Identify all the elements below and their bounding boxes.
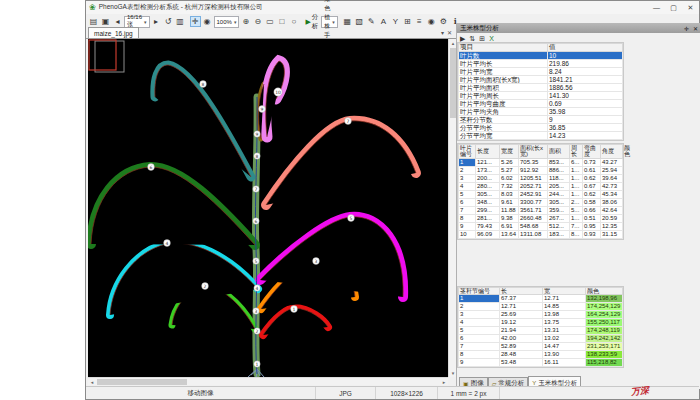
brand-logo: 万深: [630, 384, 649, 399]
column-header: 值: [548, 44, 623, 52]
leaf-label: 9: [261, 107, 264, 112]
tab-list-icon[interactable]: ▾: [441, 29, 444, 36]
pin-icon[interactable]: ✛: [684, 25, 689, 32]
title-bar[interactable]: ❀ PhenoGA表型检测分析系统 - 杭州万深检测科技有限公司 — ▢ ✕: [86, 1, 699, 14]
refresh-icon[interactable]: ↺: [163, 16, 174, 27]
table-row[interactable]: 叶片平均长219.86: [459, 60, 623, 68]
color-swatch-cell: 194,242,142: [586, 335, 623, 343]
table-row[interactable]: 953.4816.11115,218,82: [459, 359, 623, 367]
rect-select-icon[interactable]: □: [276, 16, 287, 27]
table-row[interactable]: 325.6913.98164,254,129: [459, 311, 623, 319]
table-row[interactable]: 521.9413.31174,248,119: [459, 327, 623, 335]
ruler-icon[interactable]: A: [378, 16, 389, 27]
status-bar: 移动图像 JPG 1028×1226 1 mm = 2 px 万深: [86, 386, 699, 399]
table-row[interactable]: 642.0013.02194,242,142: [459, 335, 623, 343]
table-row[interactable]: 167.3712.71132,198,96: [459, 295, 623, 303]
save-image-icon[interactable]: ▦: [342, 16, 353, 27]
report-icon[interactable]: ▧: [354, 16, 365, 27]
image-counter-combo[interactable]: 16/16 张▾: [124, 16, 150, 28]
scroll-right-icon[interactable]: ▸: [440, 378, 448, 386]
status-resolution: 1028×1226: [376, 387, 438, 399]
table-row[interactable]: 叶片平均夹角35.98: [459, 108, 623, 116]
color-swatch-cell: 132,198,96: [586, 295, 623, 303]
prev-image-icon[interactable]: ◂: [112, 16, 123, 27]
leaf-label: 7: [347, 119, 350, 124]
stem-node-label: 3: [255, 309, 258, 314]
fit-view-icon[interactable]: ▭: [264, 16, 275, 27]
table-row[interactable]: 8281...9.382660.48267...1...0.5120.5976.…: [459, 214, 623, 222]
document-tab[interactable]: maize_16.jpg: [88, 27, 139, 38]
stem-node-label: 5: [255, 259, 258, 264]
table-row[interactable]: 979.436.91548.68512...7...0.9512.35101..…: [459, 222, 623, 230]
stem-node-label: 1: [256, 362, 259, 367]
zoom-out-icon[interactable]: ⊖: [252, 16, 263, 27]
table-row[interactable]: 1096.0913.641311.08183...8...0.9331.1598…: [459, 230, 623, 238]
dock-close-icon[interactable]: ✕: [693, 25, 698, 32]
target-icon[interactable]: ◉: [426, 16, 437, 27]
stem-segment-table: 茎秆节编号长宽颜色167.3712.71132,198,96212.7114.8…: [457, 286, 624, 368]
table-row[interactable]: 212.7114.85174,254,129: [459, 303, 623, 311]
copy-icon[interactable]: ▥: [175, 16, 186, 27]
zoom-in-icon[interactable]: ⊕: [240, 16, 251, 27]
column-header: 面积(长x宽): [519, 145, 548, 159]
table-row[interactable]: 分节平均长36.85: [459, 124, 623, 132]
skeleton-icon[interactable]: Y: [390, 16, 401, 27]
column-header: 长度: [476, 145, 500, 159]
ellipse-select-icon[interactable]: ○: [288, 16, 299, 27]
settings-icon[interactable]: ⚙: [438, 16, 449, 27]
table-row[interactable]: 4280...7.322052.71205...1...0.6742.7384.…: [459, 182, 623, 190]
scroll-left-icon[interactable]: ◂: [88, 378, 96, 386]
table-row[interactable]: 6348...9.613300.77305...2...0.5838.0668.…: [459, 198, 623, 206]
dock-panel-title: 玉米株型分析: [460, 24, 499, 33]
maximize-button[interactable]: ▢: [665, 1, 682, 14]
color-swatch-cell: 138,233,59: [586, 351, 623, 359]
camera-icon[interactable]: ▣: [100, 16, 111, 27]
table-row[interactable]: 叶片平均周长141.30: [459, 92, 623, 100]
table-row[interactable]: 叶片数10: [459, 52, 623, 60]
next-image-icon[interactable]: ▸: [151, 16, 162, 27]
table-row[interactable]: 7299...11.883561.71359...5...0.6642.6462…: [459, 206, 623, 214]
leaf-label: 1: [293, 307, 296, 312]
stem-node-label: 8: [256, 154, 259, 159]
document-tab-bar: maize_16.jpg ▾ ✕: [86, 29, 456, 39]
table-row[interactable]: 茎秆分节数9: [459, 116, 623, 124]
horizontal-scrollbar[interactable]: ◂ ▸: [88, 377, 448, 385]
table-row[interactable]: 2173...5.27912.92886...1...0.6125.9476.1…: [459, 166, 623, 174]
column-header: 茎秆节编号: [459, 288, 500, 295]
table-row[interactable]: 3200...6.021205.51118...1...0.6239.6498.…: [459, 174, 623, 182]
column-header: 长: [500, 288, 543, 295]
table-row[interactable]: 叶片平均面积1886.56: [459, 84, 623, 92]
pan-tool-icon[interactable]: ✛: [190, 16, 201, 27]
main-toolbar: ▤▣◂16/16 张▾▸↺▥✛◉100%▾⊕⊖▭□○▶分析绿色植株手动▾▦▧✎A…: [86, 14, 456, 29]
table-row[interactable]: 5305...8.032452.91244...1...0.6245.3481.…: [459, 190, 623, 198]
leaf-table: 叶片编号长度宽度面积(长x宽)面积周长弯曲度角度颜色1121...5.26705…: [457, 143, 624, 240]
vertical-scrollbar[interactable]: ▴ ▾: [448, 39, 456, 377]
table-row[interactable]: 叶片平均面积(长x宽)1841.21: [459, 76, 623, 84]
zoom-level-combo[interactable]: 100%▾: [214, 16, 240, 28]
close-button[interactable]: ✕: [682, 1, 699, 14]
color-swatch-cell: 231,253,171: [586, 343, 623, 351]
zoom-tool-icon[interactable]: ◉: [202, 16, 213, 27]
table-row[interactable]: 分节平均宽14.23: [459, 132, 623, 140]
edit-icon[interactable]: ✎: [366, 16, 377, 27]
table-row[interactable]: 828.4813.90138,233,59: [459, 351, 623, 359]
table-row[interactable]: 419.1213.75155,250,117: [459, 319, 623, 327]
column-header: 弯曲度: [583, 145, 601, 159]
summary-table: 项目值叶片数10叶片平均长219.86叶片平均宽8.24叶片平均面积(长x宽)1…: [457, 42, 624, 141]
table-row[interactable]: 叶片平均弯曲度0.69: [459, 100, 623, 108]
minimize-button[interactable]: —: [648, 1, 665, 14]
image-canvas[interactable]: 1 2 3 4 5 6 7 8 9 1 2 3 4 5 6 7 8 9: [88, 39, 448, 377]
open-image-icon[interactable]: ▤: [88, 16, 99, 27]
table-row[interactable]: 1121...5.26705.35853...6...0.7343.2771.1…: [459, 158, 623, 166]
table-row[interactable]: 752.8914.47231,253,171: [459, 343, 623, 351]
tab-close-icon[interactable]: ✕: [447, 29, 452, 36]
dock-panel-header[interactable]: 玉米株型分析 ✛ ✕: [457, 23, 700, 33]
table-row[interactable]: 叶片平均宽8.24: [459, 68, 623, 76]
analyze-button[interactable]: ▶分析: [303, 16, 320, 27]
horizontal-scroll-thumb[interactable]: [97, 379, 187, 385]
mode-combo[interactable]: 绿色植株手动▾: [321, 16, 338, 28]
stem-node-label: 9: [256, 132, 259, 137]
list-icon[interactable]: ≡: [414, 16, 425, 27]
column-header: 周长: [570, 145, 583, 159]
table-icon[interactable]: ⊞: [402, 16, 413, 27]
